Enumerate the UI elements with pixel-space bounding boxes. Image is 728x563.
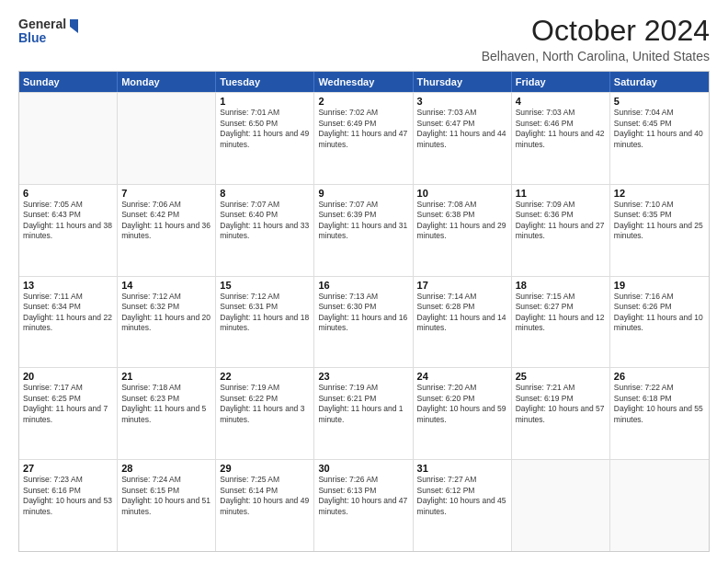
sunset-text: Sunset: 6:27 PM	[516, 302, 606, 312]
cal-cell-2-3: 16Sunrise: 7:13 AMSunset: 6:30 PMDayligh…	[314, 277, 413, 368]
daylight-text: Daylight: 11 hours and 7 minutes.	[23, 404, 113, 425]
sunrise-text: Sunrise: 7:17 AM	[23, 383, 113, 393]
sunset-text: Sunset: 6:21 PM	[318, 394, 408, 404]
sunset-text: Sunset: 6:42 PM	[121, 210, 211, 220]
week-row-5: 27Sunrise: 7:23 AMSunset: 6:16 PMDayligh…	[19, 459, 709, 551]
day-number: 20	[23, 371, 113, 382]
day-number: 16	[318, 280, 408, 291]
cal-cell-2-6: 19Sunrise: 7:16 AMSunset: 6:26 PMDayligh…	[610, 277, 709, 368]
sunrise-text: Sunrise: 7:12 AM	[121, 292, 211, 302]
sunrise-text: Sunrise: 7:19 AM	[318, 383, 408, 393]
cal-cell-4-5	[512, 460, 610, 551]
cal-cell-0-5: 4Sunrise: 7:03 AMSunset: 6:46 PMDaylight…	[512, 93, 610, 184]
day-number: 9	[318, 188, 408, 199]
cal-cell-0-0	[19, 93, 118, 184]
sunset-text: Sunset: 6:32 PM	[121, 302, 211, 312]
sunrise-text: Sunrise: 7:20 AM	[417, 383, 507, 393]
daylight-text: Daylight: 10 hours and 51 minutes.	[121, 496, 211, 517]
sunset-text: Sunset: 6:40 PM	[220, 210, 310, 220]
cal-cell-0-1	[118, 93, 216, 184]
cal-cell-4-1: 28Sunrise: 7:24 AMSunset: 6:15 PMDayligh…	[118, 460, 216, 551]
cal-cell-2-0: 13Sunrise: 7:11 AMSunset: 6:34 PMDayligh…	[19, 277, 118, 368]
header-friday: Friday	[512, 72, 610, 92]
sunset-text: Sunset: 6:18 PM	[614, 394, 705, 404]
calendar-header: Sunday Monday Tuesday Wednesday Thursday…	[19, 72, 709, 92]
header-thursday: Thursday	[414, 72, 512, 92]
day-number: 11	[516, 188, 606, 199]
sunset-text: Sunset: 6:47 PM	[417, 119, 507, 129]
cal-cell-2-4: 17Sunrise: 7:14 AMSunset: 6:28 PMDayligh…	[414, 277, 512, 368]
week-row-1: 1Sunrise: 7:01 AMSunset: 6:50 PMDaylight…	[19, 92, 709, 184]
cal-cell-3-4: 24Sunrise: 7:20 AMSunset: 6:20 PMDayligh…	[414, 368, 512, 459]
sunset-text: Sunset: 6:22 PM	[220, 394, 310, 404]
daylight-text: Daylight: 10 hours and 47 minutes.	[318, 496, 408, 517]
daylight-text: Daylight: 11 hours and 31 minutes.	[318, 221, 408, 242]
day-number: 21	[121, 371, 211, 382]
sunrise-text: Sunrise: 7:10 AM	[614, 200, 705, 210]
sunrise-text: Sunrise: 7:15 AM	[516, 292, 606, 302]
sunset-text: Sunset: 6:43 PM	[23, 210, 113, 220]
calendar-body: 1Sunrise: 7:01 AMSunset: 6:50 PMDaylight…	[19, 92, 709, 551]
cal-cell-2-5: 18Sunrise: 7:15 AMSunset: 6:27 PMDayligh…	[512, 277, 610, 368]
daylight-text: Daylight: 11 hours and 44 minutes.	[417, 129, 507, 150]
sunrise-text: Sunrise: 7:09 AM	[516, 200, 606, 210]
cal-cell-0-6: 5Sunrise: 7:04 AMSunset: 6:45 PMDaylight…	[610, 93, 709, 184]
cal-cell-1-5: 11Sunrise: 7:09 AMSunset: 6:36 PMDayligh…	[512, 185, 610, 276]
day-number: 3	[417, 96, 507, 107]
cal-cell-1-0: 6Sunrise: 7:05 AMSunset: 6:43 PMDaylight…	[19, 185, 118, 276]
day-number: 26	[614, 371, 705, 382]
daylight-text: Daylight: 11 hours and 12 minutes.	[516, 313, 606, 334]
daylight-text: Daylight: 11 hours and 20 minutes.	[121, 313, 211, 334]
day-number: 2	[318, 96, 408, 107]
header-sunday: Sunday	[19, 72, 118, 92]
sunset-text: Sunset: 6:14 PM	[220, 486, 310, 496]
sunset-text: Sunset: 6:28 PM	[417, 302, 507, 312]
sunset-text: Sunset: 6:38 PM	[417, 210, 507, 220]
day-number: 6	[23, 188, 113, 199]
logo-svg: General Blue	[18, 15, 83, 52]
header: General Blue October 2024 Belhaven, Nort…	[18, 15, 710, 63]
sunrise-text: Sunrise: 7:05 AM	[23, 200, 113, 210]
page: General Blue October 2024 Belhaven, Nort…	[0, 0, 728, 563]
week-row-2: 6Sunrise: 7:05 AMSunset: 6:43 PMDaylight…	[19, 184, 709, 276]
sunset-text: Sunset: 6:35 PM	[614, 210, 705, 220]
day-number: 8	[220, 188, 310, 199]
sunrise-text: Sunrise: 7:18 AM	[121, 383, 211, 393]
header-wednesday: Wednesday	[314, 72, 413, 92]
day-number: 31	[417, 463, 507, 474]
cal-cell-0-2: 1Sunrise: 7:01 AMSunset: 6:50 PMDaylight…	[216, 93, 314, 184]
daylight-text: Daylight: 11 hours and 47 minutes.	[318, 129, 408, 150]
sunset-text: Sunset: 6:16 PM	[23, 486, 113, 496]
sunset-text: Sunset: 6:34 PM	[23, 302, 113, 312]
sunset-text: Sunset: 6:25 PM	[23, 394, 113, 404]
sunset-text: Sunset: 6:30 PM	[318, 302, 408, 312]
cal-cell-1-1: 7Sunrise: 7:06 AMSunset: 6:42 PMDaylight…	[118, 185, 216, 276]
day-number: 19	[614, 280, 705, 291]
svg-text:Blue: Blue	[18, 30, 47, 45]
cal-cell-1-4: 10Sunrise: 7:08 AMSunset: 6:38 PMDayligh…	[414, 185, 512, 276]
cal-cell-3-2: 22Sunrise: 7:19 AMSunset: 6:22 PMDayligh…	[216, 368, 314, 459]
cal-cell-2-1: 14Sunrise: 7:12 AMSunset: 6:32 PMDayligh…	[118, 277, 216, 368]
cal-cell-0-3: 2Sunrise: 7:02 AMSunset: 6:49 PMDaylight…	[314, 93, 413, 184]
sunrise-text: Sunrise: 7:27 AM	[417, 475, 507, 485]
sunset-text: Sunset: 6:49 PM	[318, 119, 408, 129]
sunrise-text: Sunrise: 7:12 AM	[220, 292, 310, 302]
daylight-text: Daylight: 11 hours and 14 minutes.	[417, 313, 507, 334]
daylight-text: Daylight: 10 hours and 55 minutes.	[614, 404, 705, 425]
daylight-text: Daylight: 11 hours and 36 minutes.	[121, 221, 211, 242]
cal-cell-3-0: 20Sunrise: 7:17 AMSunset: 6:25 PMDayligh…	[19, 368, 118, 459]
day-number: 22	[220, 371, 310, 382]
header-tuesday: Tuesday	[216, 72, 314, 92]
day-number: 17	[417, 280, 507, 291]
sunset-text: Sunset: 6:23 PM	[121, 394, 211, 404]
cal-cell-0-4: 3Sunrise: 7:03 AMSunset: 6:47 PMDaylight…	[414, 93, 512, 184]
sunset-text: Sunset: 6:50 PM	[220, 119, 310, 129]
svg-marker-2	[70, 19, 78, 33]
day-number: 7	[121, 188, 211, 199]
day-number: 14	[121, 280, 211, 291]
sunset-text: Sunset: 6:46 PM	[516, 119, 606, 129]
sunset-text: Sunset: 6:31 PM	[220, 302, 310, 312]
sunrise-text: Sunrise: 7:06 AM	[121, 200, 211, 210]
day-number: 29	[220, 463, 310, 474]
sunset-text: Sunset: 6:45 PM	[614, 119, 705, 129]
